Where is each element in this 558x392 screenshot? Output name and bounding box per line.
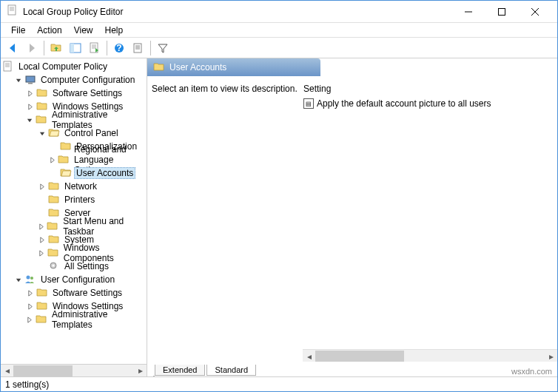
maximize-button[interactable] [485, 1, 518, 22]
column-header-setting[interactable]: Setting [303, 84, 553, 94]
tree-label: Local Computer Policy [16, 61, 110, 72]
help-button[interactable]: ? [110, 39, 128, 57]
tree-label: Computer Configuration [38, 74, 137, 86]
titlebar: Local Group Policy Editor [1, 1, 557, 23]
chevron-down-icon[interactable] [14, 275, 23, 284]
tree-label: Network [62, 180, 99, 192]
tree-node-software-settings[interactable]: Software Settings [26, 87, 145, 100]
filter-button[interactable] [154, 39, 172, 57]
tree-node-user-accounts[interactable]: User Accounts [50, 166, 145, 180]
menu-file[interactable]: File [5, 24, 31, 37]
chevron-down-icon[interactable] [14, 75, 23, 84]
menubar: File Action View Help [1, 23, 557, 38]
close-button[interactable] [518, 1, 551, 22]
menu-help[interactable]: Help [99, 24, 130, 37]
chevron-down-icon[interactable] [26, 115, 34, 124]
tree-label: User Configuration [38, 274, 117, 285]
menu-action[interactable]: Action [31, 24, 67, 37]
content-panel: User Accounts Select an item to view its… [147, 58, 557, 376]
chevron-right-icon[interactable] [26, 302, 35, 311]
toolbar: ? [1, 38, 557, 58]
tree-label: Administrative Templates [50, 308, 145, 331]
tree-node-root[interactable]: Local Computer Policy [2, 60, 145, 73]
forward-button[interactable] [23, 39, 41, 57]
up-button[interactable] [47, 39, 65, 57]
content-tabs: Extended Standard [147, 362, 557, 376]
tree-label-selected: User Accounts [74, 167, 135, 179]
chevron-right-icon[interactable] [38, 182, 47, 191]
chevron-right-icon[interactable] [26, 89, 35, 98]
tree-node-admin-templates[interactable]: Administrative Templates [26, 113, 145, 126]
menu-view[interactable]: View [68, 24, 99, 37]
svg-rect-16 [134, 44, 141, 53]
properties-button[interactable] [130, 39, 147, 57]
tree-node-uc-admin[interactable]: Administrative Templates [26, 313, 145, 326]
tree-node-network[interactable]: Network [38, 180, 145, 193]
tree-node-uc-software[interactable]: Software Settings [26, 286, 145, 300]
chevron-right-icon[interactable] [26, 315, 34, 324]
back-button[interactable] [4, 39, 21, 57]
tree-label: Printers [62, 194, 97, 206]
watermark: wsxdn.com [511, 367, 552, 376]
content-title: User Accounts [169, 62, 226, 72]
svg-rect-13 [70, 44, 74, 53]
tree-view[interactable]: Local Computer Policy Computer Configura… [1, 58, 147, 364]
setting-row[interactable]: ▤ Apply the default account picture to a… [303, 98, 553, 109]
tree-node-computer-config[interactable]: Computer Configuration [14, 73, 145, 87]
tab-extended[interactable]: Extended [155, 365, 205, 376]
scroll-right-icon[interactable]: ▸ [545, 350, 557, 362]
content-header: User Accounts [147, 58, 320, 76]
scroll-left-icon[interactable]: ◂ [303, 350, 315, 362]
tree-node-startmenu[interactable]: Start Menu and Taskbar [38, 220, 145, 233]
app-icon [7, 4, 19, 18]
scrollbar-thumb[interactable] [13, 365, 73, 376]
chevron-right-icon[interactable] [26, 102, 35, 111]
chevron-right-icon[interactable] [50, 155, 56, 164]
export-list-button[interactable] [86, 39, 104, 57]
tree-node-regional[interactable]: Regional and Language Options [50, 153, 145, 166]
chevron-down-icon[interactable] [38, 129, 47, 138]
svg-text:?: ? [116, 43, 121, 53]
show-hide-tree-button[interactable] [67, 39, 84, 57]
tree-label: Software Settings [50, 287, 124, 299]
tab-standard[interactable]: Standard [206, 365, 256, 376]
tree-label: Software Settings [50, 87, 124, 99]
scrollbar-thumb[interactable] [315, 351, 404, 362]
scroll-left-icon[interactable]: ◂ [1, 365, 13, 377]
description-prompt: Select an item to view its description. [152, 84, 303, 94]
folder-icon [153, 61, 165, 73]
svg-rect-20 [26, 76, 35, 82]
status-text: 1 setting(s) [5, 379, 49, 390]
tree-panel: Local Computer Policy Computer Configura… [1, 58, 147, 376]
tree-label: Control Panel [62, 127, 121, 139]
setting-icon: ▤ [303, 98, 314, 109]
tree-label: All Settings [62, 260, 111, 272]
chevron-right-icon[interactable] [38, 235, 47, 244]
chevron-right-icon[interactable] [38, 249, 46, 257]
tree-horizontal-scrollbar[interactable]: ◂ ▸ [1, 364, 147, 376]
tree-node-printers[interactable]: Printers [38, 193, 145, 206]
tree-node-user-config[interactable]: User Configuration [14, 273, 145, 286]
statusbar: 1 setting(s) [1, 376, 557, 391]
content-horizontal-scrollbar[interactable]: ◂ ▸ [303, 349, 557, 362]
window-title: Local Group Policy Editor [23, 7, 451, 17]
svg-rect-21 [28, 83, 33, 84]
svg-rect-9 [498, 8, 505, 15]
chevron-right-icon[interactable] [26, 288, 35, 297]
scroll-right-icon[interactable]: ▸ [134, 365, 147, 377]
tree-node-windows-components[interactable]: Windows Components [38, 246, 145, 260]
chevron-right-icon[interactable] [38, 222, 45, 231]
minimize-button[interactable] [451, 1, 485, 22]
setting-label: Apply the default account picture to all… [317, 98, 491, 109]
main-area: Local Computer Policy Computer Configura… [1, 58, 557, 376]
